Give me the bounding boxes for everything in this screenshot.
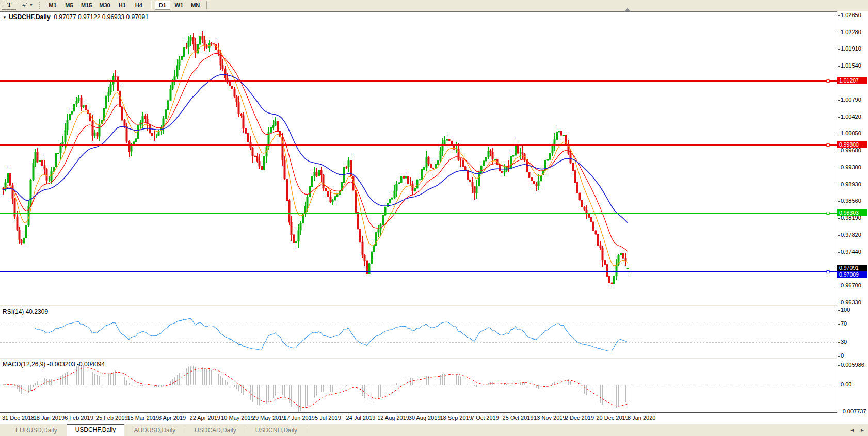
down-candle-bodies — [3, 36, 626, 284]
price-tick: 0.98930 — [841, 181, 861, 187]
tab-scroll-buttons: ◄ ► — [849, 427, 865, 434]
chart-tools-button[interactable]: ▼ — [18, 1, 36, 10]
timeframe-button-h1[interactable]: H1 — [115, 1, 130, 10]
price-tick: 0.97440 — [841, 249, 861, 255]
tab-scroll-left-icon[interactable]: ◄ — [849, 427, 855, 434]
hline-handle-support-blue — [827, 271, 829, 273]
price-tick: 0.99300 — [841, 164, 861, 170]
date-tick: 18 Jan 2019 — [34, 415, 65, 421]
hline-handle-resistance-lower — [827, 144, 829, 147]
macd-panel[interactable]: MACD(12,26,9) -0.003203 -0.004094 — [0, 359, 868, 413]
price-axis[interactable]: 1.026501.022801.019101.015401.011701.007… — [837, 11, 868, 413]
hline-handle-resistance-upper — [827, 80, 829, 83]
date-tick: 22 Apr 2019 — [190, 415, 220, 421]
macd-tick: 0.005986 — [841, 362, 864, 368]
text-tool-button[interactable]: T — [2, 1, 17, 10]
date-tick: 3 Apr 2019 — [158, 415, 186, 421]
chart-menu-icon[interactable]: ▼ — [3, 15, 7, 20]
hline-handle-support-green — [827, 212, 829, 215]
price-tick: 1.02280 — [841, 29, 861, 35]
price-tick: 0.96330 — [841, 299, 861, 305]
macd-value-1: -0.003203 — [47, 361, 75, 368]
price-tick: 1.00420 — [841, 114, 861, 120]
timeframe-group: M1M5M15M30H1H4D1W1MN — [45, 1, 211, 10]
rsi-tick: 0 — [841, 352, 844, 359]
timeframe-button-m1[interactable]: M1 — [45, 1, 60, 10]
ohlc-low: 0.96933 — [102, 13, 124, 21]
price-tick: 1.00790 — [841, 96, 861, 103]
price-tick: 1.02650 — [841, 12, 861, 18]
date-tick: 29 May 2019 — [252, 415, 285, 421]
rsi-label: RSI(14) 40.2309 — [3, 308, 48, 315]
tab-audusd-daily[interactable]: AUDUSD,Daily — [124, 425, 185, 436]
chart-title: ▼USDCHF,Daily 0.97077 0.97122 0.96933 0.… — [3, 13, 149, 21]
price-tag-resistance-upper: 1.01207 — [837, 77, 867, 84]
timeframe-button-mn[interactable]: MN — [188, 1, 203, 10]
price-tick: 0.98560 — [841, 198, 861, 204]
main-chart-panel[interactable]: ▼USDCHF,Daily 0.97077 0.97122 0.96933 0.… — [0, 11, 868, 305]
rsi-tick: 100 — [841, 306, 850, 313]
price-tag-bid-line: 0.97091 — [837, 265, 867, 271]
ohlc-close: 0.97091 — [126, 13, 148, 21]
rsi-tick: 70 — [841, 320, 847, 327]
price-tag-support-blue: 0.97009 — [837, 271, 867, 278]
price-tick: 1.00050 — [841, 130, 861, 136]
timeframe-button-w1[interactable]: W1 — [171, 1, 187, 10]
mt4-terminal: { "toolbar": { "text_tool": "T", "timefr… — [0, 0, 868, 436]
macd-histogram — [4, 365, 628, 412]
ma-line-medium — [3, 53, 628, 251]
tab-scroll-right-icon[interactable]: ► — [860, 427, 865, 434]
macd-signal-line — [3, 368, 628, 408]
chart-tab-bar: EURUSD,DailyUSDCHF,DailyAUDUSD,DailyUSDC… — [0, 424, 868, 436]
chart-tools-icon — [21, 2, 28, 8]
price-tag-support-green: 0.98303 — [837, 209, 867, 216]
chevron-down-icon: ▼ — [29, 3, 33, 7]
up-candle-wicks — [6, 31, 628, 286]
date-tick: 8 Jan 2020 — [628, 415, 655, 421]
rsi-line — [35, 318, 628, 351]
date-tick: 15 Mar 2019 — [127, 415, 159, 421]
tab-separator — [307, 426, 307, 433]
date-tick: 7 Oct 2019 — [471, 415, 499, 421]
price-tick: 1.01540 — [841, 62, 861, 69]
symbol-period-label: USDCHF,Daily — [9, 13, 51, 21]
macd-plot[interactable] — [0, 360, 837, 413]
price-tick: 0.96700 — [841, 282, 861, 288]
date-tick: 25 Oct 2019 — [503, 415, 534, 421]
macd-value-2: -0.004094 — [77, 361, 105, 368]
date-tick: 13 Nov 2019 — [534, 415, 566, 421]
tab-eurusd-daily[interactable]: EURUSD,Daily — [6, 425, 67, 436]
macd-label: MACD(12,26,9) -0.003203 -0.004094 — [3, 361, 105, 368]
price-tag-resistance-lower: 0.99800 — [837, 141, 867, 148]
date-tick: 30 Aug 2019 — [409, 415, 441, 421]
toolbar: T ▼ M1M5M15M30H1H4D1W1MN — [0, 0, 868, 10]
date-tick: 24 Jul 2019 — [346, 415, 376, 421]
date-tick: 20 Dec 2019 — [596, 415, 628, 421]
tab-usdcnh-daily[interactable]: USDCNH,Daily — [246, 425, 307, 436]
rsi-panel[interactable]: RSI(14) 40.2309 — [0, 306, 868, 358]
timeframe-button-m30[interactable]: M30 — [96, 1, 113, 10]
tab-usdcad-daily[interactable]: USDCAD,Daily — [185, 425, 246, 436]
date-tick: 5 Jul 2019 — [315, 415, 341, 421]
timeframe-button-m15[interactable]: M15 — [78, 1, 95, 10]
down-candle-wicks — [4, 31, 626, 287]
ma-line-fast — [3, 45, 628, 266]
toolbar-grip — [39, 2, 42, 9]
timeframe-button-d1[interactable]: D1 — [155, 1, 170, 10]
tab-usdchf-daily[interactable]: USDCHF,Daily — [67, 424, 125, 436]
date-tick: 25 Feb 2019 — [96, 415, 128, 421]
rsi-value: 40.2309 — [26, 308, 48, 315]
date-tick: 6 Feb 2019 — [65, 415, 93, 421]
timeframe-button-m5[interactable]: M5 — [61, 1, 77, 10]
date-axis[interactable]: 31 Dec 201818 Jan 20196 Feb 201925 Feb 2… — [0, 413, 868, 424]
chart-shift-marker-icon[interactable] — [625, 8, 630, 11]
price-tick: 1.01910 — [841, 45, 861, 52]
date-tick: 2 Dec 2019 — [565, 415, 594, 421]
candlestick-plot[interactable] — [0, 12, 837, 305]
toolbar-separator — [150, 1, 152, 9]
date-tick: 12 Aug 2019 — [377, 415, 409, 421]
date-tick: 31 Dec 2018 — [2, 415, 34, 421]
rsi-plot[interactable] — [0, 307, 837, 358]
rsi-tick: 30 — [841, 338, 847, 345]
timeframe-button-h4[interactable]: H4 — [131, 1, 147, 10]
